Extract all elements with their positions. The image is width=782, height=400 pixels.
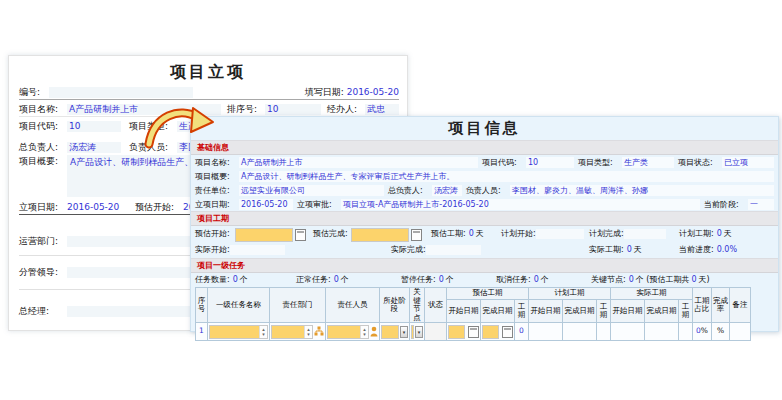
- section-basic-info: 基础信息: [191, 140, 778, 155]
- info-stage-label: 当前阶段:: [704, 199, 748, 210]
- calendar-icon[interactable]: [295, 229, 306, 241]
- fill-date-label: 填写日期:: [305, 86, 344, 99]
- task-keynode-select[interactable]: [411, 325, 414, 339]
- plan-days-unit: 天: [724, 228, 732, 239]
- stat-total-unit: 个: [240, 274, 248, 285]
- info-code-field: 10: [526, 157, 574, 168]
- stat-paused: 暂停任务: 0 个: [401, 274, 454, 285]
- spinner-icon[interactable]: ▴▾: [360, 326, 368, 338]
- plan-start-label: 计划开始:: [501, 228, 536, 239]
- stat-cancel: 取消任务: 0 个: [496, 274, 549, 285]
- gm-label: 总经理:: [19, 305, 67, 318]
- info-unit-label: 责任单位:: [195, 185, 239, 196]
- row-basic-4: 立项日期: 2016-05-20 立项审批: 项目立项-A产品研制并上市-201…: [191, 197, 778, 211]
- task-plan-end-cell: [563, 323, 597, 341]
- spinner-icon[interactable]: ▴▾: [304, 326, 312, 338]
- task-stage-select[interactable]: [381, 325, 399, 339]
- project-code-field: 10: [67, 121, 121, 132]
- info-type-field: 生产类: [622, 157, 674, 168]
- spinner-icon[interactable]: ▴▾: [259, 326, 267, 338]
- dur-est-end-label: 预估完成:: [313, 228, 348, 239]
- task-est-end-input[interactable]: [482, 325, 499, 339]
- plan-days-value: 0: [717, 229, 722, 238]
- act-start-label: 实际开始:: [195, 244, 230, 255]
- table-header-row-1: 序号 一级任务名称 责任部门 责任人员 所处阶段 关键节点 状态 预估工期 计划…: [196, 288, 751, 300]
- task-est-end-cell: [481, 323, 515, 341]
- col-plan-end: 完成日期: [563, 300, 597, 323]
- dur-est-days: 预估工期: 0 天: [431, 228, 484, 239]
- task-plan-days-cell: [597, 323, 611, 341]
- row-task-stats: 任务数量: 0 个 正常任务: 0 个 暂停任务: 0 个 取消任务: 0 个 …: [191, 273, 778, 287]
- task-status-cell: [425, 323, 447, 341]
- stat-total-label: 任务数量:: [195, 274, 230, 285]
- stat-keynode-suffix-post: 天): [699, 274, 710, 285]
- calendar-icon[interactable]: [468, 326, 479, 338]
- page: 项目立项 编号: 填写日期: 2016-05-20 项目名称: A产品研制并上市…: [0, 0, 782, 400]
- task-dept-input[interactable]: ▴▾: [271, 325, 313, 339]
- task-plan-start-cell: [529, 323, 563, 341]
- stat-normal-unit: 个: [341, 274, 349, 285]
- calendar-icon[interactable]: [411, 229, 422, 241]
- info-members-label: 负责人员:: [466, 185, 510, 196]
- number-field[interactable]: [49, 87, 193, 98]
- row-basic-1: 项目名称: A产品研制并上市 项目代码: 10 项目类型: 生产类 项目状态: …: [191, 155, 778, 169]
- task-row: 1 ▴▾ ▴▾ ▴▾: [196, 323, 751, 341]
- est-days-unit: 天: [476, 228, 484, 239]
- project-info-window: 项目信息 基础信息 项目名称: A产品研制并上市 项目代码: 10 项目类型: …: [190, 116, 779, 332]
- stat-keynode-suffix-pre: 个 (预估工期共: [636, 274, 690, 285]
- right-window-title: 项目信息: [191, 117, 778, 140]
- stat-keynode: 关键节点: 0 个 (预估工期共 0 天): [591, 274, 710, 285]
- col-group-est: 预估工期: [447, 288, 529, 300]
- stat-normal-value: 0: [334, 275, 339, 284]
- col-est-end: 完成日期: [481, 300, 515, 323]
- order-field: 10: [265, 104, 321, 115]
- col-ratio: 工期占比: [693, 288, 712, 323]
- dur-act-end: 实际完成:: [391, 244, 481, 255]
- ops-dept-label: 运营部门:: [19, 235, 67, 248]
- dur-plan-start: 计划开始:: [501, 228, 584, 239]
- est-end-input[interactable]: [351, 228, 409, 242]
- task-stage-cell: ▾: [380, 323, 410, 341]
- dur-act-days: 实际工期: 0 天: [589, 244, 642, 255]
- info-code-label: 项目代码:: [482, 157, 526, 168]
- stat-keynode-value: 0: [629, 275, 634, 284]
- stat-cancel-value: 0: [534, 275, 539, 284]
- info-approve-date-field: 2016-05-20: [239, 199, 293, 210]
- dur-act-start: 实际开始:: [195, 244, 285, 255]
- task-est-start-input[interactable]: [448, 325, 465, 339]
- est-days-value: 0: [469, 229, 474, 238]
- col-est-start: 开始日期: [447, 300, 481, 323]
- row-duration-2: 实际开始: 实际完成: 实际工期: 0 天 当前进度: 0.0%: [191, 243, 778, 258]
- dropdown-arrow-icon[interactable]: ▾: [415, 326, 423, 338]
- row-duration-1: 预估开始: 预估完成: 预估工期: 0 天 计划开始: 计划完成:: [191, 226, 778, 243]
- info-summary-field: A产品设计、研制到样品生产、专家评审后正式生产并上市。: [239, 171, 774, 182]
- dropdown-arrow-icon[interactable]: ▾: [400, 326, 408, 338]
- act-days-label: 实际工期:: [589, 244, 624, 255]
- task-name-input[interactable]: ▴▾: [209, 325, 268, 339]
- info-status-field: 已立项: [722, 157, 774, 168]
- order-label: 排序号:: [227, 103, 265, 116]
- org-picker-icon[interactable]: [314, 326, 324, 337]
- col-rate: 完成率: [712, 288, 730, 323]
- col-status: 状态: [425, 288, 447, 323]
- left-window-title: 项目立项: [9, 62, 407, 83]
- act-days-unit: 天: [634, 244, 642, 255]
- vp-leader-label: 分管领导:: [19, 266, 67, 279]
- approve-date-label: 立项日期:: [19, 201, 67, 214]
- info-review-link[interactable]: 项目立项-A产品研制并上市-2016-05-20: [341, 199, 700, 210]
- est-start-input[interactable]: [235, 228, 293, 242]
- person-picker-icon[interactable]: [370, 326, 378, 337]
- calendar-icon[interactable]: [502, 326, 513, 338]
- info-members-field: 李国材、廖炎力、温敏、周海洋、孙娜: [510, 185, 774, 196]
- col-group-act: 实际工期: [611, 288, 693, 300]
- col-plan-start: 开始日期: [529, 300, 563, 323]
- act-end-field: [426, 245, 481, 255]
- col-act-end: 完成日期: [645, 300, 679, 323]
- stat-paused-unit: 个: [446, 274, 454, 285]
- info-stage-field: 一: [748, 199, 774, 210]
- dur-plan-days: 计划工期: 0 天: [679, 228, 732, 239]
- project-name-label: 项目名称:: [19, 103, 67, 116]
- col-task-name: 一级任务名称: [208, 288, 270, 323]
- task-person-input[interactable]: ▴▾: [327, 325, 369, 339]
- act-end-label: 实际完成:: [391, 244, 426, 255]
